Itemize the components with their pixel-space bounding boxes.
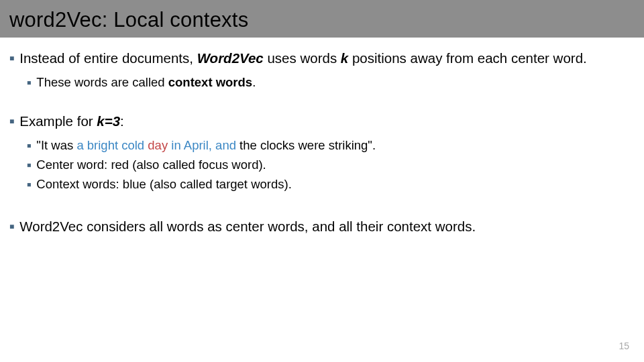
- bullet-3-text: Word2Vec considers all words as center w…: [19, 218, 476, 235]
- bullet-2c: ■ Context words: blue (also called targe…: [27, 176, 635, 192]
- bullet-2-text: Example for k=3:: [19, 113, 124, 129]
- bullet-1: ■ Instead of entire documents, Word2Vec …: [9, 50, 635, 66]
- page-number: 15: [619, 341, 629, 351]
- bullet-square-icon: ■: [27, 180, 31, 189]
- bullet-2b: ■ Center word: red (also called focus wo…: [27, 157, 635, 172]
- text-blue: in April, and: [168, 138, 236, 152]
- bullet-2: ■ Example for k=3:: [9, 113, 635, 129]
- bullet-3: ■ Word2Vec considers all words as center…: [9, 218, 635, 235]
- bullet-square-icon: ■: [9, 117, 14, 127]
- text-fragment: uses words: [264, 50, 341, 66]
- text-fragment: .: [252, 75, 256, 89]
- bullet-2c-text: Context words: blue (also called target …: [36, 176, 291, 192]
- title-bar: word2Vec: Local contexts: [0, 0, 644, 38]
- bullet-1a: ■ These words are called context words.: [27, 74, 635, 90]
- bullet-square-icon: ■: [27, 78, 31, 87]
- bullet-square-icon: ■: [9, 222, 14, 232]
- text-fragment: :: [120, 113, 124, 129]
- text-fragment: the clocks were striking".: [236, 138, 376, 152]
- text-emphasis: k=3: [97, 113, 120, 129]
- text-fragment: positions away from each center word.: [348, 50, 587, 66]
- bullet-square-icon: ■: [27, 161, 31, 170]
- text-bold: context words: [168, 75, 252, 89]
- sub-bullets-2: ■ "It was a bright cold day in April, an…: [9, 137, 635, 192]
- slide-content: ■ Instead of entire documents, Word2Vec …: [0, 38, 644, 235]
- text-fragment: "It was: [36, 138, 76, 152]
- text-red: day: [148, 138, 168, 152]
- text-emphasis: k: [341, 50, 348, 66]
- slide-title: word2Vec: Local contexts: [9, 8, 248, 32]
- text-emphasis: Word2Vec: [197, 50, 264, 66]
- bullet-2a-text: "It was a bright cold day in April, and …: [36, 137, 376, 153]
- bullet-1a-text: These words are called context words.: [36, 74, 256, 90]
- bullet-1-text: Instead of entire documents, Word2Vec us…: [19, 50, 587, 66]
- bullet-2b-text: Center word: red (also called focus word…: [36, 157, 266, 172]
- bullet-square-icon: ■: [9, 54, 14, 64]
- text-fragment: Instead of entire documents,: [19, 50, 197, 66]
- bullet-2a: ■ "It was a bright cold day in April, an…: [27, 137, 635, 153]
- bullet-square-icon: ■: [27, 141, 31, 150]
- sub-bullets-1: ■ These words are called context words.: [9, 74, 635, 90]
- text-fragment: Example for: [19, 113, 97, 129]
- text-fragment: These words are called: [36, 75, 168, 89]
- text-blue: a bright cold: [76, 138, 148, 152]
